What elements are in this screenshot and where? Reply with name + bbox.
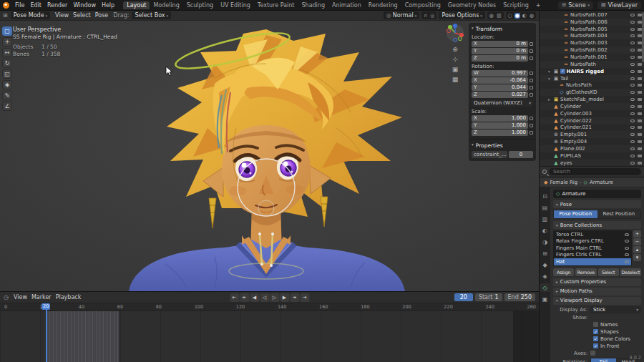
lock-icon[interactable] — [530, 57, 533, 60]
rotation-field[interactable]: Y 0.044 — [472, 84, 528, 91]
breadcrumb-data[interactable]: Armature — [590, 180, 613, 185]
outliner-item[interactable]: ▲ Cylinder — [540, 103, 644, 110]
outliner-item[interactable]: ▾ ▣ Tail — [540, 75, 644, 82]
outliner-item[interactable]: ▸ ▣ SketchFab_model — [540, 96, 644, 103]
workspace-tab[interactable]: UV Editing — [217, 1, 254, 9]
outliner-item[interactable]: ≈ NurbsPath — [540, 82, 644, 89]
measure-tool[interactable]: ∠ — [2, 102, 12, 111]
play-reverse-button[interactable]: ◁ — [260, 293, 269, 302]
navigation-gizmo[interactable] — [446, 24, 464, 42]
scene-tab[interactable]: ◑ — [540, 238, 550, 246]
render-toggle-icon[interactable] — [638, 140, 642, 143]
action-button[interactable]: Deselect — [620, 268, 641, 276]
timeline-menu-item[interactable]: Playback — [54, 294, 84, 300]
location-field[interactable]: X 0 m — [472, 41, 528, 47]
jump-start-button[interactable]: ⇤ — [230, 293, 239, 302]
lock-icon[interactable] — [530, 117, 533, 120]
display-as-dropdown[interactable]: Stick ▾ — [590, 306, 641, 313]
viewport-menu-item[interactable]: View — [53, 12, 71, 19]
prev-keyframe-button[interactable]: ↞ — [240, 293, 249, 302]
checkbox-badge[interactable]: ✓ — [560, 69, 565, 74]
render-toggle-icon[interactable] — [638, 84, 642, 87]
pose-position-button[interactable]: Pose Position — [554, 210, 597, 218]
render-toggle-icon[interactable] — [638, 162, 642, 165]
wireframe-shading-icon[interactable]: ○ — [507, 13, 513, 19]
pan-hand-icon[interactable]: ⊹ — [452, 56, 459, 63]
world-tab[interactable]: ⊞ — [540, 249, 550, 258]
action-button[interactable]: Assign — [553, 268, 574, 276]
menu-item[interactable]: Help — [99, 2, 117, 9]
lock-icon[interactable] — [530, 42, 533, 46]
hide-toggle-icon[interactable] — [630, 49, 635, 52]
hide-toggle-icon[interactable] — [630, 133, 635, 136]
action-button[interactable]: Remove — [575, 268, 596, 276]
rotate-tool[interactable]: ↻ — [2, 59, 12, 68]
visibility-toggle-icon[interactable] — [625, 247, 629, 250]
render-toggle-icon[interactable] — [638, 147, 642, 150]
outliner-item[interactable]: ≈ NurbsPath.005 — [540, 26, 644, 33]
hide-toggle-icon[interactable] — [630, 112, 635, 115]
scale-tool[interactable]: ◱ — [2, 69, 12, 79]
checkbox-icon[interactable] — [593, 322, 598, 327]
visibility-toggle-icon[interactable] — [625, 260, 629, 263]
start-frame-field[interactable]: Start 1 — [475, 293, 502, 301]
render-toggle-icon[interactable] — [638, 98, 642, 101]
outliner-item[interactable]: ▲ Cylinder.021 — [540, 124, 644, 132]
scale-field[interactable]: Y 1.000 — [472, 122, 528, 129]
list-op-button[interactable]: ▾ — [633, 254, 641, 261]
tool-tab[interactable]: ⊡ — [540, 192, 550, 200]
menu-item[interactable]: Render — [44, 2, 70, 9]
hide-toggle-icon[interactable] — [630, 91, 635, 94]
current-frame-field[interactable]: 20 — [454, 293, 473, 301]
scale-field[interactable]: X 1.000 — [472, 115, 528, 122]
workspace-tab[interactable]: Animation — [328, 1, 365, 9]
timeline-menu-item[interactable]: View — [11, 294, 29, 300]
render-toggle-icon[interactable] — [638, 91, 642, 94]
collapsed-panel-header[interactable]: ▸ Custom Properties — [553, 278, 641, 286]
hide-toggle-icon[interactable] — [630, 84, 635, 87]
timeline-tracks[interactable] — [0, 311, 539, 362]
timeline-menu-item[interactable]: Marker — [29, 294, 54, 300]
modifiers-tab[interactable]: ◈ — [540, 272, 550, 280]
lock-icon[interactable] — [530, 131, 533, 134]
rotation-field[interactable]: W 0.997 — [472, 70, 528, 77]
output-tab[interactable]: ▥ — [540, 215, 550, 223]
outliner-item[interactable]: ▲ PUPILAS — [540, 152, 644, 160]
checkbox-icon[interactable] — [590, 351, 595, 356]
mode-dropdown[interactable]: Pose Mode ▾ — [11, 11, 50, 19]
bone-collection-row[interactable]: Fingers Main CTRL — [554, 245, 631, 252]
rotation-field[interactable]: X -0.064 — [472, 77, 528, 84]
show-checkbox-row[interactable]: Names — [593, 322, 641, 328]
playhead[interactable] — [46, 303, 47, 362]
workspace-tab[interactable]: + — [532, 1, 545, 9]
lock-icon[interactable] — [530, 79, 533, 82]
viewport-menu-item[interactable]: Select — [71, 12, 93, 19]
material-shading-icon[interactable]: ◐ — [522, 13, 527, 19]
hide-toggle-icon[interactable] — [630, 14, 635, 16]
hide-toggle-icon[interactable] — [630, 63, 635, 66]
render-tab[interactable]: ▤ — [540, 203, 550, 212]
outliner-item[interactable]: ◇ gtClothesKD — [540, 89, 644, 96]
custom-property-name[interactable]: constraint_... — [472, 151, 507, 158]
workspace-tab[interactable]: Rendering — [365, 1, 401, 9]
menu-item[interactable]: Edit — [27, 2, 44, 9]
show-checkbox-row[interactable]: In Front — [593, 343, 641, 349]
bone-collection-row[interactable]: Relax Fingers CTRL — [554, 238, 631, 245]
object-tab[interactable]: ◆ — [540, 260, 550, 269]
properties-subpanel-header[interactable]: ▾ Properties — [472, 142, 533, 149]
snap-magnet-icon[interactable]: ∩ — [423, 13, 428, 19]
viewport-menu-item[interactable]: Pose — [93, 12, 111, 19]
checkbox-icon[interactable] — [593, 343, 598, 348]
expand-arrow-icon[interactable]: ▸ — [548, 97, 552, 102]
show-checkbox-row[interactable]: Shapes — [593, 329, 641, 335]
bone-collection-row[interactable]: Hat — [554, 258, 631, 265]
custom-property-value[interactable]: 0 — [509, 151, 533, 158]
keyframe-block[interactable] — [46, 311, 119, 362]
outliner-item[interactable]: ▾ ▣ ✓ HAIRS rigged — [540, 68, 644, 75]
hide-toggle-icon[interactable] — [630, 155, 635, 157]
render-toggle-icon[interactable] — [638, 119, 642, 122]
workspace-tab[interactable]: Compositing — [401, 1, 444, 9]
timeline-ruler[interactable]: 020406080100120140160180200220240260 — [0, 303, 539, 311]
solid-shading-icon[interactable]: ● — [514, 13, 520, 19]
hide-toggle-icon[interactable] — [630, 162, 635, 165]
